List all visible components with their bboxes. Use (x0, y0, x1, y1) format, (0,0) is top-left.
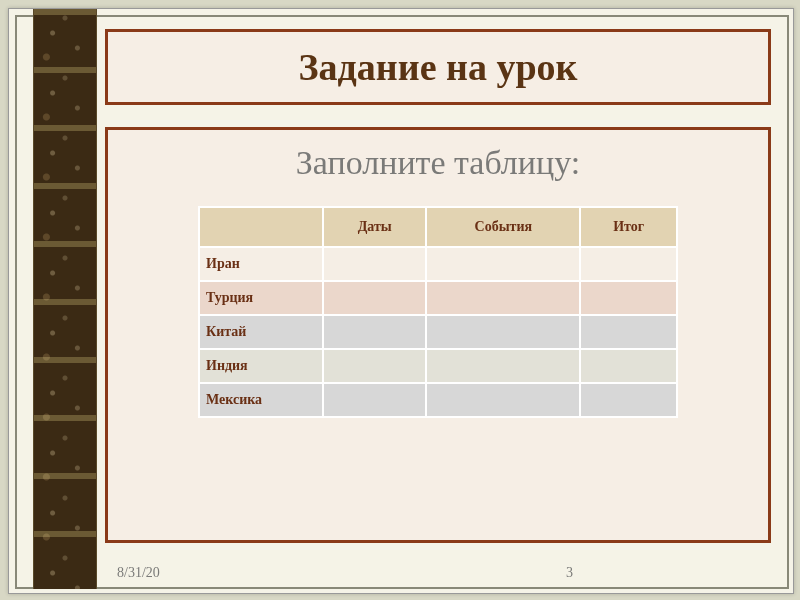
row-label: Китай (199, 315, 323, 349)
cell-events (426, 315, 580, 349)
cell-dates (323, 349, 426, 383)
worksheet-table: Даты События Итог Иран Турция (198, 206, 678, 418)
table-row: Мексика (199, 383, 677, 417)
cell-result (580, 349, 677, 383)
table-header-result: Итог (580, 207, 677, 247)
table-header-empty (199, 207, 323, 247)
title-box: Задание на урок (105, 29, 771, 105)
cell-dates (323, 383, 426, 417)
cell-result (580, 281, 677, 315)
table-row: Турция (199, 281, 677, 315)
cell-result (580, 315, 677, 349)
table-row: Иран (199, 247, 677, 281)
table-header-dates: Даты (323, 207, 426, 247)
table-header-events: События (426, 207, 580, 247)
slide-frame: Задание на урок Заполните таблицу: Даты … (8, 8, 794, 594)
footer-page-number: 3 (566, 565, 573, 581)
row-label: Иран (199, 247, 323, 281)
table-row: Индия (199, 349, 677, 383)
cell-events (426, 281, 580, 315)
table-row: Китай (199, 315, 677, 349)
cell-result (580, 247, 677, 281)
cell-events (426, 247, 580, 281)
cell-dates (323, 281, 426, 315)
cell-dates (323, 315, 426, 349)
content-box: Заполните таблицу: Даты События Итог Ира… (105, 127, 771, 543)
row-label: Индия (199, 349, 323, 383)
slide-title: Задание на урок (299, 45, 578, 89)
slide-subtitle: Заполните таблицу: (108, 144, 768, 182)
decorative-pattern-strip (33, 9, 97, 589)
cell-dates (323, 247, 426, 281)
row-label: Турция (199, 281, 323, 315)
row-label: Мексика (199, 383, 323, 417)
table-header-row: Даты События Итог (199, 207, 677, 247)
cell-events (426, 383, 580, 417)
footer-date: 8/31/20 (117, 565, 160, 581)
cell-result (580, 383, 677, 417)
cell-events (426, 349, 580, 383)
